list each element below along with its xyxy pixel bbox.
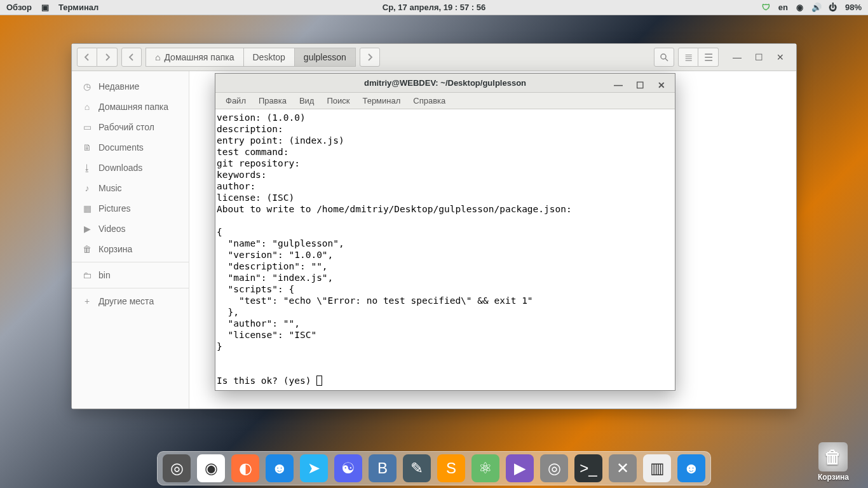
pictures-icon: ▦ xyxy=(82,203,92,214)
dock-item-vk[interactable]: B xyxy=(369,454,397,482)
dock-item-editor[interactable]: ✎ xyxy=(403,454,431,482)
accessibility-icon[interactable]: ◉ xyxy=(796,3,804,12)
menu-help[interactable]: Справка xyxy=(407,93,452,108)
terminal-titlebar[interactable]: dmitriy@WEBDEV: ~/Desktop/gulplesson — ☐… xyxy=(215,74,675,93)
menu-search[interactable]: Поиск xyxy=(320,93,356,108)
desktop-icon: ▭ xyxy=(82,122,92,132)
dock-item-phpstorm[interactable]: ▶ xyxy=(506,454,534,482)
gnome-top-panel: Обзор ▣ Терминал Ср, 17 апреля, 19 : 57 … xyxy=(0,0,868,15)
dock-item-firefox[interactable]: ◐ xyxy=(231,454,259,482)
sidebar-item-label: Music xyxy=(98,183,122,193)
dock-item-discord[interactable]: ☯ xyxy=(334,454,362,482)
sidebar-item-label: Documents xyxy=(98,142,144,152)
sidebar-item-videos[interactable]: ▶Videos xyxy=(72,219,189,239)
sidebar-item-label: Pictures xyxy=(98,203,131,214)
svg-point-0 xyxy=(661,54,666,59)
dock-item-settings[interactable]: ✕ xyxy=(609,454,637,482)
clock-icon: ◷ xyxy=(82,81,92,92)
trash-icon: 🗑 xyxy=(818,442,848,471)
term-close-button[interactable]: ✕ xyxy=(651,76,672,95)
dock-item-launcher[interactable]: ◎ xyxy=(163,454,191,482)
trash-icon: 🗑 xyxy=(82,244,92,254)
dock-item-palette[interactable]: ▥ xyxy=(643,454,671,482)
view-list-button[interactable]: ≣ xyxy=(678,48,698,67)
menu-edit[interactable]: Правка xyxy=(252,93,293,108)
sidebar-item-label: Домашняя папка xyxy=(98,102,168,112)
crumb-current[interactable]: gulplesson xyxy=(295,48,356,67)
dock-item-atom[interactable]: ⚛ xyxy=(471,454,499,482)
folder-icon: 🗀 xyxy=(82,270,92,280)
dock: ◎◉◐☻➤☯B✎S⚛▶◎>_✕▥☻ xyxy=(157,451,711,485)
sidebar-item-label: Корзина xyxy=(98,244,132,254)
fm-maximize-button[interactable]: ☐ xyxy=(748,48,770,67)
view-menu-button[interactable]: ☰ xyxy=(698,48,719,67)
downloads-icon: ⭳ xyxy=(82,163,92,173)
fm-sidebar: ◷Недавние ⌂Домашняя папка ▭Рабочий стол … xyxy=(72,71,189,409)
nav-forward-button[interactable] xyxy=(97,48,118,67)
sidebar-item-label: Downloads xyxy=(98,163,142,173)
terminal-app-icon: ▣ xyxy=(41,3,50,12)
crumb-home[interactable]: ⌂ Домашняя папка xyxy=(146,48,244,67)
dock-item-terminal[interactable]: >_ xyxy=(574,454,602,482)
term-minimize-button[interactable]: — xyxy=(607,76,629,95)
sidebar-item-documents[interactable]: 🗎Documents xyxy=(72,137,189,158)
menu-terminal[interactable]: Терминал xyxy=(356,93,407,108)
sidebar-item-pictures[interactable]: ▦Pictures xyxy=(72,198,189,219)
dock-item-sublime[interactable]: S xyxy=(437,454,465,482)
documents-icon: 🗎 xyxy=(82,142,92,152)
sidebar-item-label: Рабочий стол xyxy=(98,122,154,132)
nav-back-button[interactable] xyxy=(77,48,97,67)
desktop-trash[interactable]: 🗑 Корзина xyxy=(818,442,849,482)
sidebar-item-bin[interactable]: 🗀bin xyxy=(72,265,189,288)
clock[interactable]: Ср, 17 апреля, 19 : 57 : 56 xyxy=(383,3,485,12)
path-start-button[interactable] xyxy=(121,48,142,67)
sidebar-item-trash[interactable]: 🗑Корзина xyxy=(72,239,189,262)
crumb-home-label: Домашняя папка xyxy=(164,52,234,62)
sidebar-item-downloads[interactable]: ⭳Downloads xyxy=(72,158,189,178)
sidebar-item-label: Недавние xyxy=(98,81,139,92)
menu-file[interactable]: Файл xyxy=(219,93,252,108)
terminal-window: dmitriy@WEBDEV: ~/Desktop/gulplesson — ☐… xyxy=(215,73,675,391)
dock-item-finder2[interactable]: ☻ xyxy=(677,454,705,482)
shield-icon[interactable]: 🛡 xyxy=(762,3,771,12)
music-icon: ♪ xyxy=(82,183,92,193)
dock-item-finder[interactable]: ☻ xyxy=(266,454,294,482)
sidebar-item-label: bin xyxy=(98,270,111,280)
volume-icon[interactable]: 🔊 xyxy=(812,3,821,12)
keyboard-layout[interactable]: en xyxy=(778,3,788,12)
activities-button[interactable]: Обзор xyxy=(6,3,32,12)
search-button[interactable] xyxy=(654,48,674,67)
fm-header: ⌂ Домашняя папка Desktop gulplesson ≣ ☰ … xyxy=(72,44,796,71)
menu-view[interactable]: Вид xyxy=(293,93,321,108)
terminal-output[interactable]: version: (1.0.0) description: entry poin… xyxy=(215,109,675,390)
power-icon[interactable]: ⏻ xyxy=(829,3,837,12)
path-end-button[interactable] xyxy=(360,48,380,67)
trash-label: Корзина xyxy=(818,473,849,482)
videos-icon: ▶ xyxy=(82,224,92,234)
battery-percent: 98% xyxy=(845,3,862,12)
sidebar-item-recent[interactable]: ◷Недавние xyxy=(72,76,189,97)
home-icon: ⌂ xyxy=(82,102,92,112)
breadcrumb: ⌂ Домашняя папка Desktop gulplesson xyxy=(146,48,356,67)
terminal-title-text: dmitriy@WEBDEV: ~/Desktop/gulplesson xyxy=(364,78,526,88)
sidebar-item-other[interactable]: +Другие места xyxy=(72,291,189,311)
sidebar-item-music[interactable]: ♪Music xyxy=(72,178,189,198)
dock-item-telegram[interactable]: ➤ xyxy=(300,454,328,482)
fm-close-button[interactable]: ✕ xyxy=(770,48,791,67)
sidebar-item-desktop[interactable]: ▭Рабочий стол xyxy=(72,117,189,137)
fm-minimize-button[interactable]: — xyxy=(726,48,748,67)
active-app-name[interactable]: Терминал xyxy=(58,3,98,12)
dock-item-chrome[interactable]: ◉ xyxy=(197,454,225,482)
sidebar-item-home[interactable]: ⌂Домашняя папка xyxy=(72,97,189,117)
dock-item-owl[interactable]: ◎ xyxy=(540,454,568,482)
term-maximize-button[interactable]: ☐ xyxy=(629,76,651,95)
terminal-cursor xyxy=(316,376,322,386)
crumb-desktop[interactable]: Desktop xyxy=(244,48,295,67)
plus-icon: + xyxy=(82,296,92,306)
home-icon: ⌂ xyxy=(155,52,160,62)
sidebar-item-label: Другие места xyxy=(98,296,154,306)
sidebar-item-label: Videos xyxy=(98,224,126,234)
terminal-menubar: Файл Правка Вид Поиск Терминал Справка xyxy=(215,93,675,109)
